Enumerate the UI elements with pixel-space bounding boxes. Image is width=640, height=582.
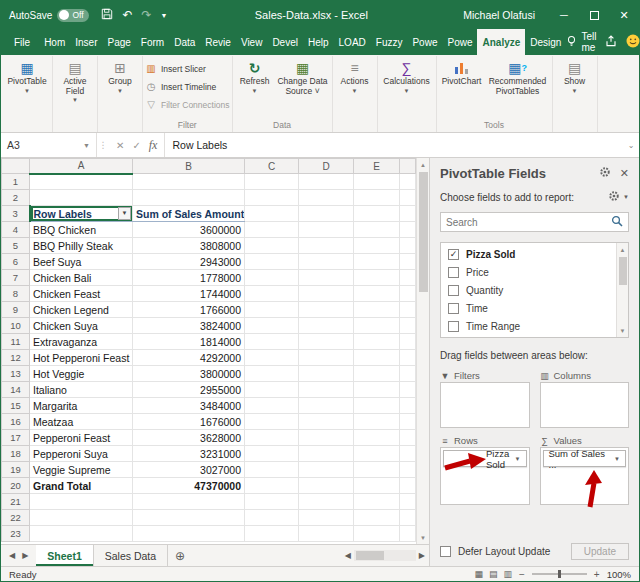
- insert-timeline-button[interactable]: ◷ Insert Timeline: [145, 79, 230, 94]
- cell-D10[interactable]: [299, 318, 354, 334]
- row-header-17[interactable]: 17: [2, 430, 30, 446]
- cell-D12[interactable]: [299, 350, 354, 366]
- cell-D4[interactable]: [299, 222, 354, 238]
- cell-D7[interactable]: [299, 270, 354, 286]
- values-area[interactable]: Sum of Sales ... ▼: [540, 447, 630, 505]
- enter-icon[interactable]: ✓: [132, 140, 140, 151]
- search-input[interactable]: [446, 217, 611, 228]
- cell-A21[interactable]: [30, 494, 133, 510]
- cell-F17[interactable]: [400, 430, 416, 446]
- cell-E1[interactable]: [354, 174, 400, 190]
- cell-E3[interactable]: [354, 206, 400, 222]
- cell-B4[interactable]: 3600000: [133, 222, 245, 238]
- scroll-down-icon[interactable]: ▼: [617, 324, 628, 337]
- cell-C20[interactable]: [245, 478, 299, 494]
- formula-content[interactable]: Row Labels: [165, 133, 623, 157]
- pane-close-icon[interactable]: ✕: [620, 167, 629, 180]
- cell-B10[interactable]: 3824000: [133, 318, 245, 334]
- page-layout-icon[interactable]: ▤: [489, 569, 498, 579]
- cell-B18[interactable]: 3231000: [133, 446, 245, 462]
- cell-C9[interactable]: [245, 302, 299, 318]
- select-all-corner[interactable]: [2, 159, 30, 174]
- cell-C12[interactable]: [245, 350, 299, 366]
- cell-C17[interactable]: [245, 430, 299, 446]
- update-button[interactable]: Update: [571, 543, 629, 560]
- cell-B12[interactable]: 4292000: [133, 350, 245, 366]
- name-box-resizer[interactable]: ⋮: [97, 133, 109, 157]
- checkbox-quantity[interactable]: [448, 285, 459, 296]
- row-header-21[interactable]: 21: [2, 494, 30, 510]
- cell-D14[interactable]: [299, 382, 354, 398]
- cell-E18[interactable]: [354, 446, 400, 462]
- scroll-down-icon[interactable]: ▼: [417, 531, 429, 544]
- ribbon-tab-revie[interactable]: Revie: [200, 29, 236, 55]
- columns-area[interactable]: [540, 382, 630, 428]
- ribbon-tab-data[interactable]: Data: [169, 29, 200, 55]
- pane-options-gear-icon[interactable]: [599, 166, 611, 181]
- ribbon-tab-inser[interactable]: Inser: [70, 29, 102, 55]
- cell-F5[interactable]: [400, 238, 416, 254]
- sheet-tab-sheet1[interactable]: Sheet1: [36, 545, 93, 566]
- cell-E6[interactable]: [354, 254, 400, 270]
- cell-C6[interactable]: [245, 254, 299, 270]
- ribbon-tab-fuzzy[interactable]: Fuzzy: [371, 29, 408, 55]
- cell-A7[interactable]: Chicken Bali: [30, 270, 133, 286]
- cell-E8[interactable]: [354, 286, 400, 302]
- row-header-7[interactable]: 7: [2, 270, 30, 286]
- cell-D11[interactable]: [299, 334, 354, 350]
- cell-E21[interactable]: [354, 494, 400, 510]
- redo-icon[interactable]: ↷: [141, 8, 151, 22]
- save-icon[interactable]: [101, 8, 113, 23]
- autosave-switch[interactable]: Off: [57, 9, 89, 22]
- field-search[interactable]: [440, 212, 629, 232]
- cell-A13[interactable]: Hot Veggie: [30, 366, 133, 382]
- cell-B16[interactable]: 1676000: [133, 414, 245, 430]
- cell-B3[interactable]: Sum of Sales Amount: [133, 206, 245, 222]
- column-header-d[interactable]: D: [299, 159, 354, 174]
- ribbon-tab-hom[interactable]: Hom: [39, 29, 70, 55]
- insert-slicer-button[interactable]: ▥ Insert Slicer: [145, 61, 230, 76]
- cell-C18[interactable]: [245, 446, 299, 462]
- cell-A23[interactable]: [30, 526, 133, 542]
- ribbon-tab-file[interactable]: File: [5, 29, 39, 55]
- cell-D5[interactable]: [299, 238, 354, 254]
- zoom-out-button[interactable]: −: [519, 569, 525, 580]
- row-header-14[interactable]: 14: [2, 382, 30, 398]
- pivotchart-button[interactable]: PivotChart: [439, 57, 485, 119]
- cell-F11[interactable]: [400, 334, 416, 350]
- user-name[interactable]: Michael Olafusi: [463, 9, 535, 21]
- sheet-next-icon[interactable]: ▶: [22, 551, 28, 560]
- cell-E17[interactable]: [354, 430, 400, 446]
- cell-A15[interactable]: Margarita: [30, 398, 133, 414]
- cell-F1[interactable]: [400, 174, 416, 190]
- cell-C10[interactable]: [245, 318, 299, 334]
- row-header-9[interactable]: 9: [2, 302, 30, 318]
- cell-D16[interactable]: [299, 414, 354, 430]
- values-field-chip[interactable]: Sum of Sales ... ▼: [543, 450, 627, 467]
- cell-B1[interactable]: [133, 174, 245, 190]
- cell-E15[interactable]: [354, 398, 400, 414]
- cell-C11[interactable]: [245, 334, 299, 350]
- row-header-13[interactable]: 13: [2, 366, 30, 382]
- cell-F4[interactable]: [400, 222, 416, 238]
- cell-E4[interactable]: [354, 222, 400, 238]
- cell-D19[interactable]: [299, 462, 354, 478]
- cell-A12[interactable]: Hot Pepperoni Feast: [30, 350, 133, 366]
- cell-E5[interactable]: [354, 238, 400, 254]
- new-sheet-button[interactable]: ⊕: [168, 545, 192, 566]
- cell-E10[interactable]: [354, 318, 400, 334]
- show-button[interactable]: ▤ Show ▼: [555, 57, 595, 119]
- vertical-scroll-thumb[interactable]: [419, 172, 428, 292]
- cell-C15[interactable]: [245, 398, 299, 414]
- cell-E22[interactable]: [354, 510, 400, 526]
- cell-B23[interactable]: [133, 526, 245, 542]
- restore-button[interactable]: [579, 1, 609, 29]
- cell-A8[interactable]: Chicken Feast: [30, 286, 133, 302]
- spreadsheet-grid[interactable]: ABCDE 123Row Labels▼Sum of Sales Amount4…: [1, 158, 416, 542]
- cell-A1[interactable]: [30, 174, 133, 190]
- cell-A6[interactable]: Beef Suya: [30, 254, 133, 270]
- search-icon[interactable]: [611, 215, 623, 229]
- cell-A18[interactable]: Pepperoni Suya: [30, 446, 133, 462]
- cell-D20[interactable]: [299, 478, 354, 494]
- column-header-a[interactable]: A: [30, 159, 133, 174]
